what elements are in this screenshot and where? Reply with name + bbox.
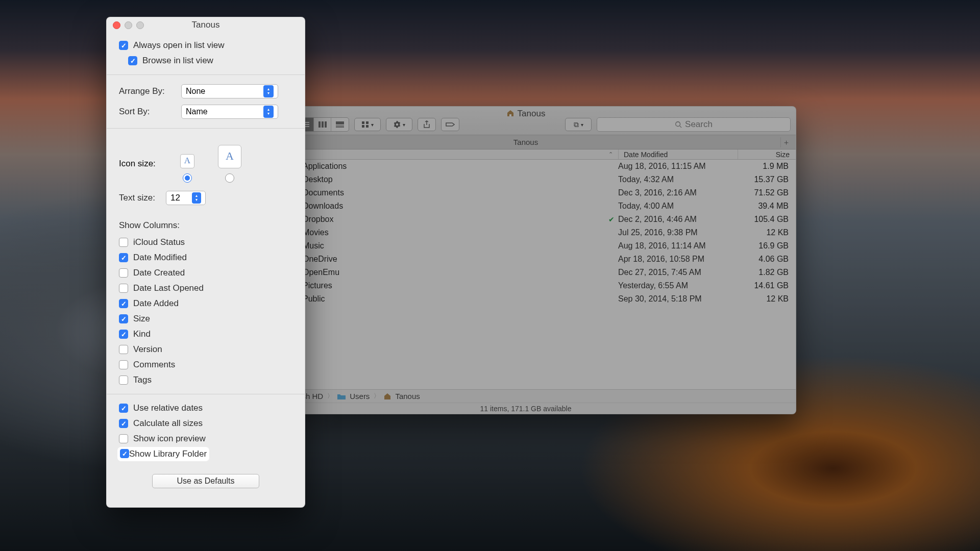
sort-by-label: Sort By: (119, 107, 175, 117)
panel-titlebar: Tanous (107, 17, 305, 33)
use-as-defaults-button[interactable]: Use as Defaults (152, 474, 259, 488)
option-checkbox[interactable]: Use relative dates (119, 400, 292, 416)
option-checkbox[interactable]: Show icon preview (119, 431, 292, 446)
text-size-popup[interactable]: 12▴▾ (166, 191, 206, 205)
option-checkbox[interactable]: Calculate all sizes (119, 416, 292, 431)
close-button[interactable] (113, 21, 120, 29)
column-checkbox[interactable]: iCloud Status (119, 235, 292, 250)
view-options-panel: Tanous Always open in list view Browse i… (106, 17, 305, 508)
column-checkbox[interactable]: Date Last Opened (119, 281, 292, 296)
show-columns-label: Show Columns: (119, 220, 292, 231)
arrange-by-popup[interactable]: None▴▾ (181, 84, 278, 98)
column-checkbox[interactable]: Version (119, 342, 292, 357)
column-checkbox[interactable]: Comments (119, 357, 292, 372)
traffic-lights[interactable] (113, 21, 144, 29)
icon-size-label: Icon size: (119, 159, 160, 169)
panel-title: Tanous (192, 20, 220, 30)
arrange-by-label: Arrange By: (119, 86, 175, 96)
minimize-button[interactable] (125, 21, 132, 29)
option-checkbox[interactable]: Show Library Folder (119, 446, 292, 462)
zoom-button[interactable] (136, 21, 144, 29)
always-open-checkbox[interactable]: Always open in list view (119, 38, 292, 53)
column-checkbox[interactable]: Size (119, 311, 292, 327)
sort-by-popup[interactable]: Name▴▾ (181, 105, 278, 119)
column-checkbox[interactable]: Date Created (119, 265, 292, 281)
column-checkbox[interactable]: Date Modified (119, 250, 292, 265)
icon-size-small[interactable] (180, 154, 194, 183)
icon-size-large[interactable] (218, 145, 241, 183)
browse-in-checkbox[interactable]: Browse in list view (119, 53, 292, 68)
column-checkbox[interactable]: Kind (119, 327, 292, 342)
text-size-label: Text size: (119, 193, 160, 203)
column-checkbox[interactable]: Date Added (119, 296, 292, 311)
column-checkbox[interactable]: Tags (119, 372, 292, 388)
